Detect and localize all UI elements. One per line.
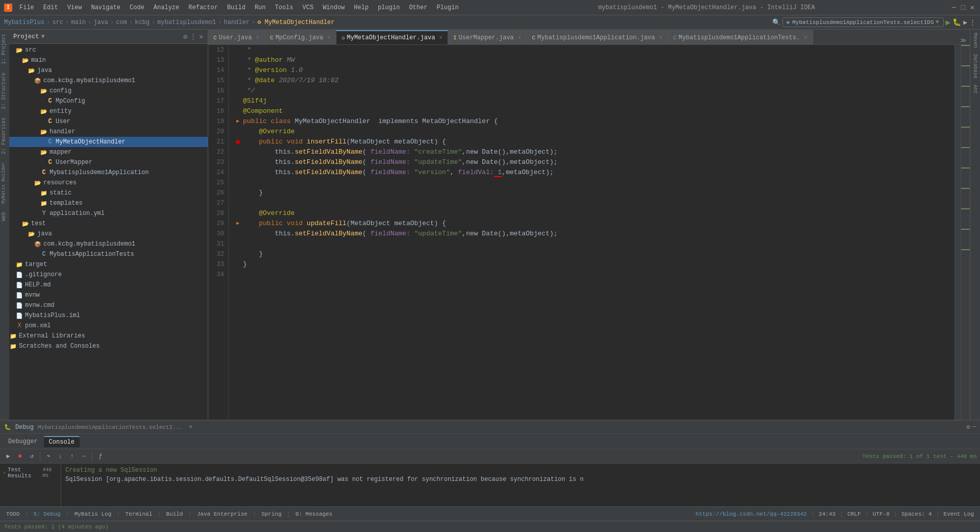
- status-line-col[interactable]: 24:43: [817, 511, 838, 518]
- tab-mybatisapp[interactable]: C Mybatisplusdemo1Application.java ×: [527, 30, 668, 44]
- tree-item-resources[interactable]: 📂resources: [9, 178, 208, 188]
- tab-usermapper[interactable]: I UserMapper.java ×: [448, 30, 527, 44]
- tree-item-MybatisPlus.iml[interactable]: 📄MybatisPlus.iml: [9, 310, 208, 321]
- maximize-button[interactable]: □: [960, 4, 967, 11]
- favorites-tab[interactable]: 2: Favorites: [0, 113, 9, 158]
- console-tab[interactable]: Console: [44, 436, 80, 447]
- tree-item-MpConfig[interactable]: CMpConfig: [9, 96, 208, 106]
- breadcrumb-com[interactable]: com: [116, 19, 127, 26]
- tree-item-templates[interactable]: 📁templates: [9, 198, 208, 208]
- menu-run[interactable]: Run: [251, 3, 270, 12]
- evaluate-button[interactable]: ƒ: [95, 451, 106, 462]
- close-debug-tab[interactable]: ×: [189, 424, 192, 431]
- structure-tab[interactable]: 2: Structure: [0, 68, 9, 113]
- web-tab[interactable]: Web: [0, 208, 9, 225]
- code-content[interactable]: * * @author MW * @version 1.0 * @date 20…: [229, 45, 954, 420]
- settings-debug-button[interactable]: ⚙: [967, 423, 970, 431]
- tree-item-target[interactable]: 📁target: [9, 259, 208, 270]
- close-tab-tests[interactable]: ×: [804, 35, 807, 41]
- close-button[interactable]: ✕: [969, 4, 976, 11]
- status-spring[interactable]: Spring: [259, 511, 284, 518]
- close-tab-mpconfig[interactable]: ×: [327, 35, 331, 41]
- step-out[interactable]: ↑: [67, 451, 77, 462]
- menu-edit[interactable]: Edit: [39, 3, 62, 12]
- tree-item-mvnw.cmd[interactable]: 📄mvnw.cmd: [9, 300, 208, 310]
- mybatis-builder-tab[interactable]: MyBatis Builder: [0, 158, 9, 208]
- tab-mymetaobjecthandler[interactable]: ⚙ MyMetaObjectHandler.java ×: [336, 30, 448, 44]
- tree-item-main[interactable]: 📂main: [9, 55, 208, 65]
- tree-item-External Libraries[interactable]: 📁External Libraries: [9, 331, 208, 341]
- test-results-item[interactable]: ✓ Test Results 448 ms: [2, 466, 59, 480]
- tree-item-Scratches and Consoles[interactable]: 📁Scratches and Consoles: [9, 341, 208, 351]
- tab-mpconfig[interactable]: C MpConfig.java ×: [265, 30, 336, 44]
- tree-item-HELP.md[interactable]: 📄HELP.md: [9, 280, 208, 290]
- run-button[interactable]: ▶: [946, 17, 951, 28]
- menu-refactor[interactable]: Refactor: [184, 3, 222, 12]
- status-messages[interactable]: 0: Messages: [293, 511, 335, 518]
- ant-tab[interactable]: Ant: [971, 82, 979, 97]
- breadcrumb-project[interactable]: MybatisPlus: [4, 19, 44, 26]
- more-actions-button[interactable]: ⋮: [969, 18, 976, 27]
- close-tab-handler[interactable]: ×: [439, 35, 443, 41]
- tree-item-java2[interactable]: 📂java: [9, 229, 208, 239]
- status-spaces[interactable]: Spaces: 4: [899, 511, 934, 518]
- breadcrumb-handler[interactable]: handler: [224, 19, 250, 26]
- maven-tab[interactable]: Maven: [971, 30, 979, 51]
- close-tab-usermapper[interactable]: ×: [518, 35, 522, 41]
- menu-other[interactable]: Other: [405, 3, 431, 12]
- tree-item-MyMetaObjectHandler[interactable]: CMyMetaObjectHandler: [9, 137, 208, 147]
- gear-icon[interactable]: ⚙: [183, 32, 188, 41]
- menu-navigate[interactable]: Navigate: [87, 3, 125, 12]
- status-build[interactable]: Build: [164, 511, 185, 518]
- tree-item-.gitignore[interactable]: 📄.gitignore: [9, 270, 208, 280]
- more-tabs-button[interactable]: ≫: [957, 37, 970, 44]
- menu-plugin[interactable]: plugin: [374, 3, 404, 12]
- vertical-scrollbar[interactable]: [954, 45, 961, 420]
- coverage-button[interactable]: ▶: [963, 18, 967, 27]
- settings-icon[interactable]: ⋮: [189, 32, 197, 41]
- tree-item-entity[interactable]: 📂entity: [9, 106, 208, 116]
- status-debug[interactable]: 5: Debug: [32, 511, 63, 518]
- debug-button[interactable]: 🐛: [952, 18, 961, 27]
- search-icon[interactable]: 🔍: [772, 18, 780, 27]
- status-url[interactable]: https://blog.csdn.net/qq-42229342: [694, 511, 809, 518]
- menu-view[interactable]: View: [63, 3, 86, 12]
- restart-button[interactable]: ↺: [27, 451, 37, 462]
- tree-item-application.yml[interactable]: Yapplication.yml: [9, 208, 208, 219]
- step-into[interactable]: ↓: [55, 451, 65, 462]
- tree-item-Mybatisplusdemo1Application[interactable]: CMybatisplusdemo1Application: [9, 167, 208, 178]
- tree-item-UserMapper[interactable]: CUserMapper: [9, 157, 208, 167]
- status-terminal[interactable]: Terminal: [123, 511, 154, 518]
- status-encoding[interactable]: UTF-8: [871, 511, 892, 518]
- event-log-button[interactable]: Event Log: [942, 511, 976, 518]
- debugger-tab[interactable]: Debugger: [3, 437, 43, 447]
- tree-item-config[interactable]: 📂config: [9, 86, 208, 96]
- breadcrumb-java[interactable]: java: [93, 19, 108, 26]
- status-mybatis-log[interactable]: MyBatis Log: [72, 511, 114, 518]
- breadcrumb-demo[interactable]: mybatisplusdemo1: [157, 19, 216, 26]
- status-crlf[interactable]: CRLF: [845, 511, 863, 518]
- menu-file[interactable]: File: [15, 3, 38, 12]
- menu-code[interactable]: Code: [126, 3, 149, 12]
- tab-user-java[interactable]: C User.java ×: [208, 30, 265, 44]
- menu-help[interactable]: Help: [350, 3, 373, 12]
- run-config-selector[interactable]: ▶ Mybatisplusdemo1ApplicationTests.selec…: [782, 17, 944, 27]
- tree-item-mapper[interactable]: 📂mapper: [9, 147, 208, 157]
- status-java-enterprise[interactable]: Java Enterprise: [195, 511, 250, 518]
- tree-item-com.kcbg.mybatisplusdemo1-2[interactable]: 📦com.kcbg.mybatisplusdemo1: [9, 239, 208, 249]
- tree-item-User[interactable]: CUser: [9, 116, 208, 127]
- tree-item-java[interactable]: 📂java: [9, 65, 208, 76]
- tree-item-handler[interactable]: 📂handler: [9, 127, 208, 137]
- minimize-debug-button[interactable]: ─: [972, 423, 976, 431]
- tree-item-MybatisApplicationTests[interactable]: CMybatisApplicationTests: [9, 249, 208, 259]
- minimize-button[interactable]: ─: [950, 4, 958, 11]
- resume-button[interactable]: ▶: [3, 451, 13, 462]
- project-tab[interactable]: 1: Project: [0, 30, 9, 68]
- database-tab[interactable]: Database: [971, 51, 979, 82]
- breadcrumb-main[interactable]: main: [71, 19, 86, 26]
- close-panel-button[interactable]: ✕: [199, 32, 204, 41]
- menu-build[interactable]: Build: [223, 3, 250, 12]
- close-tab-user[interactable]: ×: [256, 35, 259, 41]
- tree-item-test[interactable]: 📂test: [9, 219, 208, 229]
- breadcrumb-src[interactable]: src: [52, 19, 63, 26]
